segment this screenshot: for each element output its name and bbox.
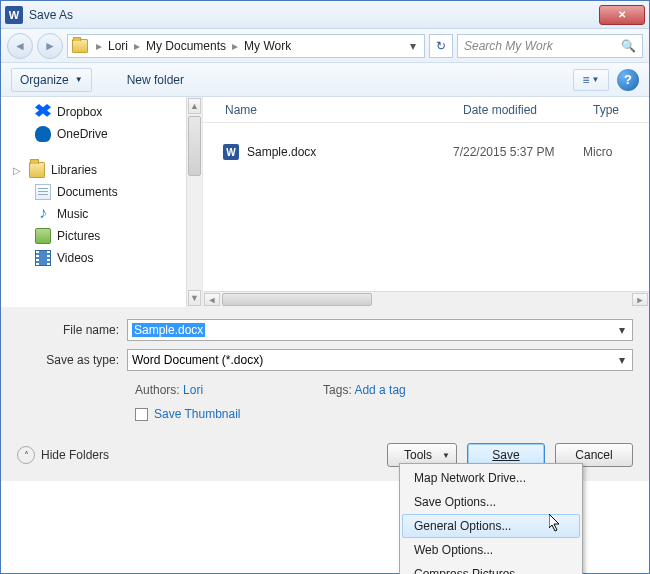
filename-label: File name: — [17, 323, 127, 337]
search-icon: 🔍 — [621, 39, 636, 53]
breadcrumb-dropdown-icon[interactable]: ▾ — [406, 39, 420, 53]
scroll-right-icon[interactable]: ► — [632, 293, 648, 306]
menu-general-options[interactable]: General Options... — [402, 514, 580, 538]
save-as-dialog: W Save As ✕ ◄ ► ▸ Lori ▸ My Documents ▸ … — [0, 0, 650, 574]
videos-icon — [35, 250, 51, 266]
filename-input[interactable]: Sample.docx ▾ — [127, 319, 633, 341]
toolbar: Organize ▼ New folder ≡ ▼ ? — [1, 63, 649, 97]
chevron-down-icon: ▼ — [75, 75, 83, 84]
menu-compress-pictures[interactable]: Compress Pictures... — [402, 562, 580, 574]
forward-button[interactable]: ► — [37, 33, 63, 59]
column-name[interactable]: Name — [203, 103, 453, 117]
tags-value[interactable]: Add a tag — [354, 383, 405, 397]
file-row[interactable]: W Sample.docx 7/22/2015 5:37 PM Micro — [203, 139, 649, 165]
file-date: 7/22/2015 5:37 PM — [453, 145, 583, 159]
sidebar-item-pictures[interactable]: Pictures — [9, 225, 198, 247]
tools-menu: Map Network Drive... Save Options... Gen… — [399, 463, 583, 574]
scroll-left-icon[interactable]: ◄ — [204, 293, 220, 306]
savetype-value: Word Document (*.docx) — [132, 353, 263, 367]
breadcrumb[interactable]: ▸ Lori ▸ My Documents ▸ My Work ▾ — [67, 34, 425, 58]
window-title: Save As — [29, 8, 599, 22]
sidebar-item-videos[interactable]: Videos — [9, 247, 198, 269]
breadcrumb-seg[interactable]: My Documents — [146, 39, 226, 53]
help-button[interactable]: ? — [617, 69, 639, 91]
file-list: Name Date modified Type W Sample.docx 7/… — [203, 97, 649, 307]
new-folder-button[interactable]: New folder — [118, 68, 193, 92]
sidebar-item-dropbox[interactable]: Dropbox — [9, 101, 198, 123]
folder-icon — [72, 39, 88, 53]
back-button[interactable]: ◄ — [7, 33, 33, 59]
scroll-thumb[interactable] — [222, 293, 372, 306]
titlebar[interactable]: W Save As ✕ — [1, 1, 649, 29]
save-thumbnail-label[interactable]: Save Thumbnail — [154, 407, 241, 421]
menu-save-options[interactable]: Save Options... — [402, 490, 580, 514]
savetype-select[interactable]: Word Document (*.docx) ▾ — [127, 349, 633, 371]
save-thumbnail-checkbox[interactable] — [135, 408, 148, 421]
dropbox-icon — [35, 104, 51, 120]
tags-label: Tags: — [323, 383, 352, 397]
chevron-right-icon[interactable]: ▸ — [228, 39, 242, 53]
sidebar-item-libraries[interactable]: ▷ Libraries — [9, 159, 198, 181]
scroll-down-icon[interactable]: ▼ — [188, 290, 201, 306]
scroll-up-icon[interactable]: ▲ — [188, 98, 201, 114]
sidebar-item-onedrive[interactable]: OneDrive — [9, 123, 198, 145]
documents-icon — [35, 184, 51, 200]
breadcrumb-seg[interactable]: My Work — [244, 39, 291, 53]
music-icon: ♪ — [35, 206, 51, 222]
h-scrollbar[interactable]: ◄ ► — [203, 291, 649, 307]
column-date[interactable]: Date modified — [453, 103, 583, 117]
sidebar-item-documents[interactable]: Documents — [9, 181, 198, 203]
scroll-thumb[interactable] — [188, 116, 201, 176]
file-name: Sample.docx — [247, 145, 316, 159]
onedrive-icon — [35, 126, 51, 142]
nav-tree: Dropbox OneDrive ▷ Libraries Documents — [1, 97, 203, 307]
word-doc-icon: W — [223, 144, 239, 160]
authors-value[interactable]: Lori — [183, 383, 203, 397]
authors-label: Authors: — [135, 383, 180, 397]
search-input[interactable]: Search My Work 🔍 — [457, 34, 643, 58]
chevron-up-icon: ˄ — [17, 446, 35, 464]
refresh-button[interactable]: ↻ — [429, 34, 453, 58]
word-icon: W — [5, 6, 23, 24]
chevron-down-icon[interactable]: ▾ — [614, 322, 630, 338]
libraries-icon — [29, 162, 45, 178]
nav-bar: ◄ ► ▸ Lori ▸ My Documents ▸ My Work ▾ ↻ … — [1, 29, 649, 63]
chevron-right-icon[interactable]: ▸ — [92, 39, 106, 53]
chevron-down-icon[interactable]: ▾ — [614, 352, 630, 368]
close-button[interactable]: ✕ — [599, 5, 645, 25]
breadcrumb-seg[interactable]: Lori — [108, 39, 128, 53]
savetype-label: Save as type: — [17, 353, 127, 367]
file-type: Micro — [583, 145, 612, 159]
sidebar-item-music[interactable]: ♪ Music — [9, 203, 198, 225]
expand-icon[interactable]: ▷ — [13, 165, 23, 176]
organize-button[interactable]: Organize ▼ — [11, 68, 92, 92]
sidebar-scrollbar[interactable]: ▲ ▼ — [186, 97, 202, 307]
view-button[interactable]: ≡ ▼ — [573, 69, 609, 91]
pictures-icon — [35, 228, 51, 244]
menu-web-options[interactable]: Web Options... — [402, 538, 580, 562]
menu-map-network-drive[interactable]: Map Network Drive... — [402, 466, 580, 490]
form-area: File name: Sample.docx ▾ Save as type: W… — [1, 307, 649, 429]
column-type[interactable]: Type — [583, 103, 629, 117]
chevron-right-icon[interactable]: ▸ — [130, 39, 144, 53]
hide-folders-button[interactable]: ˄ Hide Folders — [17, 446, 109, 464]
search-placeholder: Search My Work — [464, 39, 553, 53]
filename-value: Sample.docx — [132, 323, 205, 337]
